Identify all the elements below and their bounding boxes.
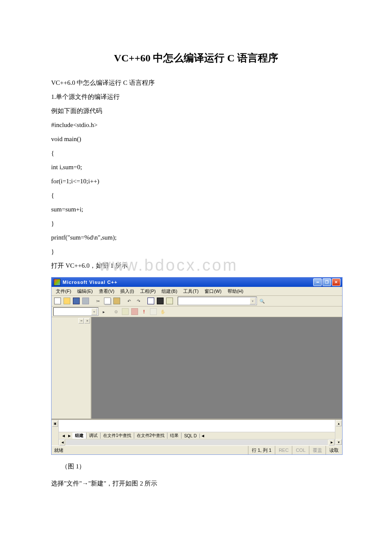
output-toggle-icon[interactable]: ▣ <box>52 421 58 427</box>
tab-nav-right-icon[interactable]: ▶ <box>66 434 72 438</box>
menu-view[interactable]: 查看(V) <box>97 287 116 295</box>
panel-close-icon[interactable]: ✕ <box>84 318 90 324</box>
menu-project[interactable]: 工程(P) <box>138 287 158 295</box>
tab-find2[interactable]: 在文件2中查找 <box>134 433 168 439</box>
tab-find1[interactable]: 在文件1中查找 <box>101 433 134 439</box>
text-line: } <box>51 245 341 259</box>
compile-icon[interactable]: ⚙ <box>112 307 120 316</box>
save-all-icon[interactable] <box>81 297 90 305</box>
status-read: 读取 <box>326 446 342 454</box>
menu-tools[interactable]: 工具(T) <box>182 287 200 295</box>
document-title: VC++60 中怎么编译运行 C 语言程序 <box>51 51 341 65</box>
text-line: int i,sum=0; <box>51 160 341 174</box>
vc-window: Microsoft Visual C++ ━ ❐ ✕ 文件(F) 编辑(E) 查… <box>51 277 343 455</box>
text-line: { <box>51 146 341 160</box>
menu-help[interactable]: 帮助(H) <box>226 287 245 295</box>
redo-icon[interactable]: ↷ <box>134 297 143 305</box>
status-rec: REC <box>275 446 292 454</box>
panel-pin-icon[interactable]: ━ <box>78 318 84 324</box>
workspace-area: ━ ✕ <box>52 317 342 419</box>
find-icon[interactable]: 🔍 <box>258 297 266 305</box>
document-body: VC++6.0 中怎么编译运行 C 语言程序 1.单个源文件的编译运行 例如下面… <box>51 76 341 273</box>
open-icon[interactable] <box>63 297 71 305</box>
close-button[interactable]: ✕ <box>332 278 340 286</box>
cut-icon[interactable]: ✂ <box>94 297 102 305</box>
copy-icon[interactable] <box>103 297 112 305</box>
app-icon <box>54 279 61 286</box>
build-icon[interactable] <box>121 307 130 316</box>
config-combo[interactable]: ▼ <box>53 307 98 316</box>
workspace-panel[interactable]: ━ ✕ <box>52 317 92 419</box>
tab-results[interactable]: 结果 <box>167 433 182 439</box>
undo-icon[interactable]: ↶ <box>125 297 133 305</box>
text-line: VC++6.0 中怎么编译运行 C 语言程序 <box>51 76 341 90</box>
status-col: COL <box>292 446 309 454</box>
scroll-down-icon[interactable]: ▼ <box>336 439 342 445</box>
paste-icon[interactable] <box>112 297 121 305</box>
text-line: 打开 VC++6.0，如图 1 所示 <box>51 259 341 273</box>
text-line: sum=sum+i; <box>51 202 341 217</box>
tab-sql[interactable]: SQL D <box>182 434 200 438</box>
text-line: { <box>51 188 341 202</box>
menu-insert[interactable]: 插入(I) <box>118 287 135 295</box>
editor-area[interactable] <box>92 317 342 419</box>
execute-icon[interactable]: ! <box>140 307 148 316</box>
output-text[interactable] <box>59 420 335 432</box>
window-list-icon[interactable] <box>165 297 174 305</box>
toolbar-main: ✂ ↶ ↷ ▼ 🔍 <box>52 296 342 306</box>
text-line: void main() <box>51 132 341 146</box>
window-title: Microsoft Visual C++ <box>63 280 313 285</box>
text-line: for(i=1;i<=10;i++) <box>51 174 341 188</box>
breakpoint-icon[interactable]: ✋ <box>159 307 167 316</box>
menu-file[interactable]: 文件(F) <box>54 287 73 295</box>
text-line: 例如下面的源代码 <box>51 104 341 118</box>
maximize-button[interactable]: ❐ <box>323 278 331 286</box>
statusbar: 就绪 行 1, 列 1 REC COL 覆盖 读取 <box>52 445 342 454</box>
workspace-icon[interactable] <box>147 297 155 305</box>
stop-build-icon[interactable] <box>130 307 139 316</box>
text-line: 选择"文件"→"新建"，打开如图 2 所示 <box>51 477 341 491</box>
output-vscrollbar[interactable]: ▲ ▼ <box>335 420 342 445</box>
select-icon[interactable]: ▸ <box>99 307 108 316</box>
menu-edit[interactable]: 编辑(E) <box>75 287 95 295</box>
go-icon[interactable] <box>149 307 158 316</box>
status-ovr: 覆盖 <box>309 446 326 454</box>
text-line: } <box>51 217 341 231</box>
tab-scroll-left-icon[interactable]: ◀ <box>200 434 206 438</box>
output-icon[interactable] <box>156 297 164 305</box>
output-panel: ▣ ◀ ▶ 组建 调试 在文件1中查找 在文件2中查找 结果 SQL D ◀ ◀ <box>52 419 342 445</box>
text-line: 1.单个源文件的编译运行 <box>51 90 341 104</box>
minimize-button[interactable]: ━ <box>313 278 322 286</box>
menu-build[interactable]: 组建(B) <box>160 287 179 295</box>
text-line: printf("sum=%d\n",sum); <box>51 231 341 245</box>
menubar: 文件(F) 编辑(E) 查看(V) 插入(I) 工程(P) 组建(B) 工具(T… <box>52 287 342 296</box>
scroll-left-icon[interactable]: ◀ <box>59 439 65 445</box>
toolbar-build: ▼ ▸ ⚙ ! ✋ <box>52 306 342 317</box>
find-combo[interactable]: ▼ <box>178 297 257 305</box>
figure-caption: （图 1） <box>51 462 341 471</box>
tab-build[interactable]: 组建 <box>72 433 86 439</box>
tab-nav-left-icon[interactable]: ◀ <box>61 434 66 438</box>
scroll-right-icon[interactable]: ▶ <box>329 439 334 445</box>
save-icon[interactable] <box>72 297 81 305</box>
output-hscrollbar[interactable]: ◀ ▶ <box>59 439 335 445</box>
tab-debug[interactable]: 调试 <box>86 433 101 439</box>
titlebar: Microsoft Visual C++ ━ ❐ ✕ <box>52 278 342 287</box>
new-icon[interactable] <box>53 297 62 305</box>
status-position: 行 1, 列 1 <box>248 446 275 454</box>
menu-window[interactable]: 窗口(W) <box>203 287 223 295</box>
text-line: #include<stdio.h> <box>51 118 341 132</box>
status-ready: 就绪 <box>52 446 248 454</box>
scroll-up-icon[interactable]: ▲ <box>336 420 342 426</box>
